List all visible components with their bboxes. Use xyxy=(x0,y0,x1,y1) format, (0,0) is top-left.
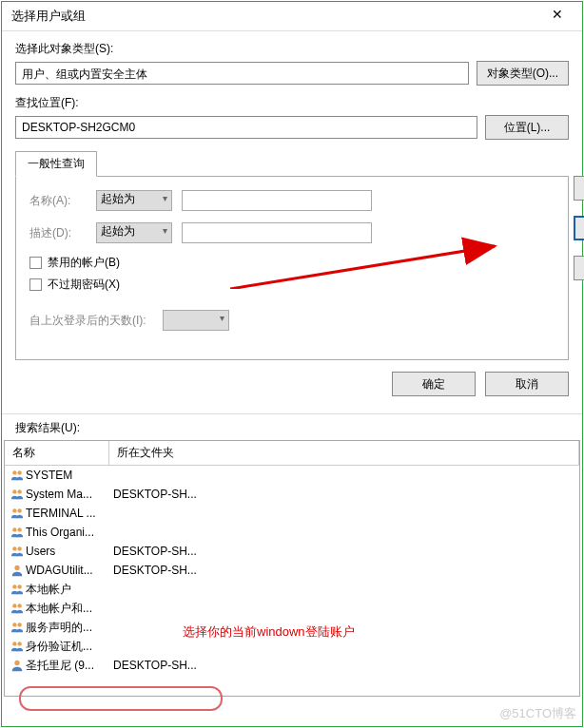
svg-point-15 xyxy=(17,584,21,588)
item-name: 圣托里尼 (9... xyxy=(26,658,113,674)
svg-point-5 xyxy=(12,489,16,493)
results-label: 搜索结果(U): xyxy=(2,414,582,440)
svg-point-21 xyxy=(17,642,21,645)
find-now-button[interactable]: 立即查找(N) xyxy=(574,216,584,240)
svg-point-4 xyxy=(17,470,21,474)
user-icon xyxy=(9,564,26,577)
desc-label: 描述(D): xyxy=(29,225,87,241)
col-folder-header[interactable]: 所在文件夹 xyxy=(109,441,579,465)
dialog-window: 选择用户或组 ✕ 选择此对象类型(S): 用户、组或内置安全主体 对象类型(O)… xyxy=(1,1,583,727)
query-tabs: 一般性查询 名称(A): 起始为 描述(D): 起始为 禁用的帐户(B) xyxy=(15,151,569,360)
results-body: SYSTEMSystem Ma...DESKTOP-SH...TERMINAL … xyxy=(5,466,579,675)
item-name: 本地帐户 xyxy=(26,582,113,598)
list-item[interactable]: 身份验证机... xyxy=(5,637,579,656)
right-buttons: 列(C)... 立即查找(N) 停止(T) xyxy=(574,176,584,280)
list-item[interactable]: 圣托里尼 (9...DESKTOP-SH... xyxy=(5,656,579,675)
svg-point-19 xyxy=(17,623,21,626)
group-icon xyxy=(9,583,26,596)
list-item[interactable]: 本地帐户和... xyxy=(5,599,579,618)
list-item[interactable]: 本地帐户 xyxy=(5,580,579,599)
svg-point-10 xyxy=(17,527,21,531)
svg-point-16 xyxy=(12,603,16,607)
group-icon xyxy=(9,526,26,539)
name-input[interactable] xyxy=(182,190,372,211)
item-folder: DESKTOP-SH... xyxy=(113,488,197,501)
list-item[interactable]: This Organi... xyxy=(5,523,579,542)
item-name: 服务声明的... xyxy=(26,620,113,636)
group-icon xyxy=(9,602,26,615)
location-label: 查找位置(F): xyxy=(15,95,569,111)
user-icon xyxy=(9,659,26,672)
disabled-label: 禁用的帐户(B) xyxy=(48,255,120,271)
ok-button[interactable]: 确定 xyxy=(392,372,476,396)
name-combo[interactable]: 起始为 xyxy=(96,190,172,211)
svg-point-11 xyxy=(12,546,16,550)
never-expire-label: 不过期密码(X) xyxy=(48,277,120,293)
svg-point-3 xyxy=(12,470,16,474)
group-icon xyxy=(9,469,26,482)
item-name: This Organi... xyxy=(26,526,113,539)
location-value: DESKTOP-SH2GCM0 xyxy=(15,116,477,139)
days-combo[interactable] xyxy=(163,310,229,331)
svg-point-17 xyxy=(17,603,21,607)
titlebar: 选择用户或组 ✕ xyxy=(2,2,582,31)
object-type-button[interactable]: 对象类型(O)... xyxy=(477,61,569,86)
group-icon xyxy=(9,640,26,653)
window-title: 选择用户或组 xyxy=(11,8,86,25)
svg-point-13 xyxy=(14,565,19,570)
group-icon xyxy=(9,507,26,520)
svg-point-9 xyxy=(12,527,16,531)
stop-button[interactable]: 停止(T) xyxy=(574,256,584,280)
close-icon[interactable]: ✕ xyxy=(540,8,574,25)
group-icon xyxy=(9,488,26,501)
group-icon xyxy=(9,621,26,634)
list-item[interactable]: TERMINAL ... xyxy=(5,504,579,523)
svg-point-12 xyxy=(17,546,21,550)
desc-combo[interactable]: 起始为 xyxy=(96,222,172,243)
tab-panel: 名称(A): 起始为 描述(D): 起始为 禁用的帐户(B) 不过期密码(X) xyxy=(15,176,569,360)
group-icon xyxy=(9,545,26,558)
location-section: 查找位置(F): DESKTOP-SH2GCM0 位置(L)... xyxy=(2,86,582,140)
list-item[interactable]: SYSTEM xyxy=(5,466,579,485)
item-name: Users xyxy=(26,545,113,558)
results-list: 名称 所在文件夹 SYSTEMSystem Ma...DESKTOP-SH...… xyxy=(4,440,580,697)
cancel-button[interactable]: 取消 xyxy=(485,372,569,396)
list-item[interactable]: 服务声明的... xyxy=(5,618,579,637)
item-folder: DESKTOP-SH... xyxy=(113,659,197,672)
item-name: 身份验证机... xyxy=(26,639,113,655)
svg-point-6 xyxy=(17,489,21,493)
name-label: 名称(A): xyxy=(29,193,87,209)
object-type-section: 选择此对象类型(S): 用户、组或内置安全主体 对象类型(O)... xyxy=(2,31,582,86)
days-label: 自上次登录后的天数(I): xyxy=(29,313,153,329)
item-folder: DESKTOP-SH... xyxy=(113,545,197,558)
object-type-value: 用户、组或内置安全主体 xyxy=(15,62,469,85)
object-type-label: 选择此对象类型(S): xyxy=(15,41,569,57)
columns-button[interactable]: 列(C)... xyxy=(574,176,584,201)
disabled-checkbox[interactable] xyxy=(29,257,42,269)
item-name: System Ma... xyxy=(26,488,113,501)
svg-point-7 xyxy=(12,508,16,512)
svg-point-14 xyxy=(12,584,16,588)
never-expire-checkbox[interactable] xyxy=(29,278,42,291)
svg-point-18 xyxy=(12,623,16,626)
list-item[interactable]: WDAGUtilit...DESKTOP-SH... xyxy=(5,561,579,580)
item-folder: DESKTOP-SH... xyxy=(113,564,197,577)
item-name: WDAGUtilit... xyxy=(26,564,113,577)
list-item[interactable]: UsersDESKTOP-SH... xyxy=(5,542,579,561)
desc-input[interactable] xyxy=(182,222,372,243)
location-button[interactable]: 位置(L)... xyxy=(485,115,569,140)
item-name: 本地帐户和... xyxy=(26,601,113,617)
results-header: 名称 所在文件夹 xyxy=(5,441,579,466)
item-name: SYSTEM xyxy=(26,469,113,482)
tab-general-query[interactable]: 一般性查询 xyxy=(15,151,97,177)
svg-point-22 xyxy=(14,661,19,665)
svg-point-20 xyxy=(12,642,16,645)
watermark: @51CTO博客 xyxy=(499,705,576,722)
item-name: TERMINAL ... xyxy=(26,507,113,520)
list-item[interactable]: System Ma...DESKTOP-SH... xyxy=(5,485,579,504)
col-name-header[interactable]: 名称 xyxy=(5,441,109,465)
action-buttons: 确定 取消 xyxy=(2,360,582,408)
svg-point-8 xyxy=(17,508,21,512)
